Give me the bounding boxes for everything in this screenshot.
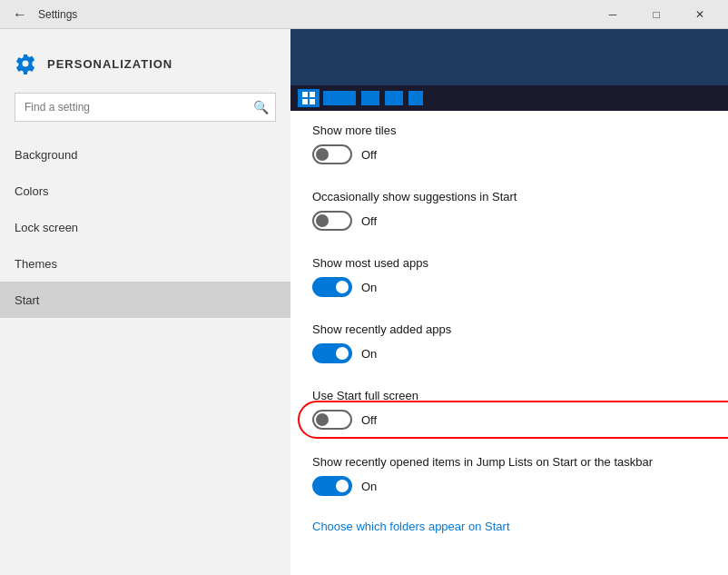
app-layout: PERSONALIZATION 🔍 BackgroundColorsLock s… — [0, 29, 728, 575]
setting-row-show-suggestions: Occasionally show suggestions in StartOf… — [312, 177, 706, 243]
setting-label-show-recently-added: Show recently added apps — [312, 322, 706, 336]
settings-content: Show more tilesOffOccasionally show sugg… — [290, 111, 728, 556]
toggle-track-show-recently-added — [312, 343, 352, 363]
preview-tile-4 — [408, 91, 423, 105]
toggle-show-suggestions[interactable] — [312, 211, 352, 231]
toggle-row-use-start-fullscreen: Off — [312, 410, 706, 430]
toggle-track-show-suggestions — [312, 211, 352, 231]
setting-row-show-recently-opened: Show recently opened items in Jump Lists… — [312, 442, 706, 509]
toggle-thumb-show-recently-added — [336, 347, 349, 360]
close-button[interactable]: ✕ — [679, 0, 721, 29]
toggle-use-start-fullscreen[interactable] — [312, 410, 352, 430]
toggle-show-recently-opened[interactable] — [312, 476, 352, 496]
sidebar-item-lock-screen[interactable]: Lock screen — [0, 209, 290, 245]
toggle-status-show-more-tiles: Off — [361, 148, 377, 162]
svg-rect-1 — [310, 92, 315, 97]
preview-tile-3 — [385, 91, 403, 105]
sidebar-header: PERSONALIZATION — [0, 38, 290, 93]
toggle-row-show-more-tiles: Off — [312, 144, 706, 164]
toggle-track-show-recently-opened — [312, 476, 352, 496]
sidebar-item-background[interactable]: Background — [0, 136, 290, 173]
toggle-row-show-suggestions: Off — [312, 211, 706, 231]
minimize-button[interactable]: ─ — [592, 0, 634, 29]
toggle-thumb-show-most-used — [336, 281, 349, 293]
toggle-track-use-start-fullscreen — [312, 410, 352, 430]
sidebar-item-colors[interactable]: Colors — [0, 173, 290, 209]
setting-row-show-recently-added: Show recently added appsOn — [312, 310, 706, 376]
setting-label-show-recently-opened: Show recently opened items in Jump Lists… — [312, 455, 706, 469]
main-content: Show more tilesOffOccasionally show sugg… — [290, 29, 728, 575]
svg-rect-0 — [302, 92, 308, 97]
svg-rect-2 — [302, 99, 308, 104]
toggle-thumb-use-start-fullscreen — [316, 413, 329, 426]
sidebar-item-start[interactable]: Start — [0, 282, 290, 318]
setting-row-show-more-tiles: Show more tilesOff — [312, 111, 706, 177]
toggle-track-show-more-tiles — [312, 144, 352, 164]
sidebar: PERSONALIZATION 🔍 BackgroundColorsLock s… — [0, 29, 290, 575]
toggle-show-most-used[interactable] — [312, 277, 352, 297]
toggle-thumb-show-more-tiles — [316, 148, 329, 161]
preview-image — [290, 29, 728, 111]
back-button[interactable]: ← — [7, 2, 33, 27]
setting-label-use-start-fullscreen: Use Start full screen — [312, 389, 706, 402]
toggle-row-show-recently-opened: On — [312, 476, 706, 496]
toggle-status-use-start-fullscreen: Off — [361, 413, 377, 427]
toggle-row-show-recently-added: On — [312, 343, 706, 363]
sidebar-item-themes[interactable]: Themes — [0, 245, 290, 282]
search-icon: 🔍 — [253, 100, 269, 114]
setting-label-show-suggestions: Occasionally show suggestions in Start — [312, 190, 706, 203]
preview-tile-2 — [361, 91, 379, 105]
maximize-button[interactable]: □ — [635, 0, 677, 29]
sidebar-app-title: PERSONALIZATION — [47, 57, 172, 71]
toggle-track-show-most-used — [312, 277, 352, 297]
preview-start-button — [298, 89, 320, 107]
svg-rect-3 — [310, 99, 315, 104]
toggle-status-show-most-used: On — [361, 281, 377, 294]
toggle-status-show-suggestions: Off — [361, 214, 377, 228]
toggle-show-recently-added[interactable] — [312, 343, 352, 363]
search-input[interactable] — [15, 93, 276, 122]
toggle-row-show-most-used: On — [312, 277, 706, 297]
choose-folders-link[interactable]: Choose which folders appear on Start — [312, 520, 510, 533]
setting-label-show-more-tiles: Show more tiles — [312, 124, 706, 137]
toggle-show-more-tiles[interactable] — [312, 144, 352, 164]
nav-items-list: BackgroundColorsLock screenThemesStart — [0, 136, 290, 318]
toggle-status-show-recently-opened: On — [361, 480, 377, 493]
window-controls: ─ □ ✕ — [592, 0, 721, 29]
preview-desktop — [290, 29, 728, 85]
title-bar: ← Settings ─ □ ✕ — [0, 0, 728, 29]
setting-row-use-start-fullscreen: Use Start full screenOff — [312, 376, 706, 442]
setting-label-show-most-used: Show most used apps — [312, 256, 706, 270]
toggle-thumb-show-recently-opened — [336, 480, 349, 492]
setting-row-show-most-used: Show most used appsOn — [312, 243, 706, 310]
preview-taskbar — [290, 85, 728, 111]
toggle-thumb-show-suggestions — [316, 214, 329, 227]
toggle-status-show-recently-added: On — [361, 347, 377, 361]
search-container: 🔍 — [15, 93, 276, 122]
preview-tile-1 — [323, 91, 356, 105]
gear-icon — [15, 53, 36, 74]
window-title: Settings — [38, 8, 592, 21]
